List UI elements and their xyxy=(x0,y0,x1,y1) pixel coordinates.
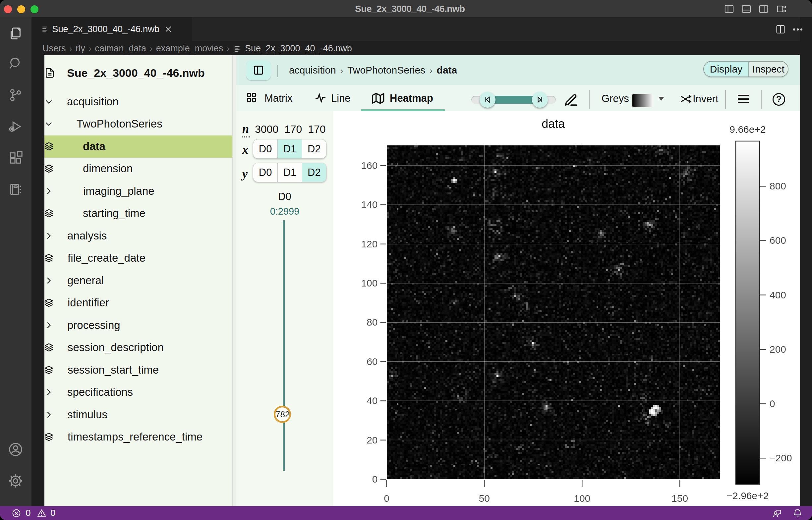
svg-text:800: 800 xyxy=(769,181,786,191)
svg-text:9.66e+2: 9.66e+2 xyxy=(730,124,766,135)
svg-text:150: 150 xyxy=(671,493,688,504)
svg-text:600: 600 xyxy=(769,235,786,246)
svg-text:50: 50 xyxy=(479,493,490,504)
svg-text:100: 100 xyxy=(361,278,377,288)
svg-text:140: 140 xyxy=(361,199,377,210)
svg-text:120: 120 xyxy=(361,238,377,250)
svg-text:200: 200 xyxy=(769,344,786,355)
svg-text:0: 0 xyxy=(769,398,775,409)
svg-text:−200: −200 xyxy=(769,452,792,463)
svg-text:data: data xyxy=(542,117,565,130)
svg-text:80: 80 xyxy=(367,317,377,328)
svg-text:60: 60 xyxy=(367,356,377,367)
svg-text:20: 20 xyxy=(367,435,377,445)
svg-text:0: 0 xyxy=(372,474,378,485)
svg-text:160: 160 xyxy=(361,160,377,171)
svg-text:400: 400 xyxy=(769,289,786,301)
svg-text:40: 40 xyxy=(367,395,377,406)
svg-text:−2.96e+2: −2.96e+2 xyxy=(727,490,769,501)
svg-text:100: 100 xyxy=(574,493,590,504)
svg-text:0: 0 xyxy=(384,493,389,504)
